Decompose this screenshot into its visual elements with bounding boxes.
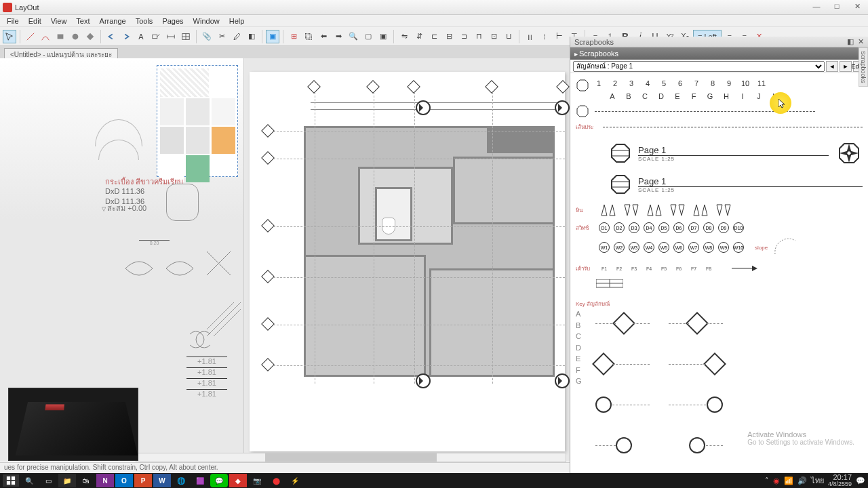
select-tool[interactable] [3,30,16,43]
presentation-button[interactable]: ▣ [266,30,279,43]
menu-window[interactable]: Window [189,16,224,26]
space-v-button[interactable]: ⫶ [538,30,551,43]
flip-h-button[interactable]: ⇋ [397,30,411,43]
swatch-1[interactable] [160,98,184,125]
section-symbols-3[interactable] [595,396,863,430]
search-icon[interactable]: 🔍 [20,474,38,487]
tray-up-icon[interactable]: ˄ [765,476,769,485]
undo-button[interactable] [104,30,118,43]
rotate-arrows[interactable] [183,326,217,353]
swatch-hatch[interactable] [160,68,209,97]
grid-marker[interactable] [263,360,275,372]
align-top-button[interactable]: ⊓ [472,30,486,43]
powerpoint-icon[interactable]: P [134,474,152,487]
poly-tool[interactable] [83,30,97,43]
explorer-icon[interactable]: 📁 [58,474,76,487]
send-back-button[interactable]: ▢ [361,30,375,43]
table-symbol[interactable] [596,279,623,293]
tray-wifi-icon[interactable]: 📶 [784,476,793,485]
swatch-green[interactable] [186,155,210,182]
space-h-button[interactable]: ⫼ [523,30,536,43]
app-icon-1[interactable]: 🟪 [191,474,209,487]
document-tab[interactable]: <Untitled> - แปลนรูปด้าน และระยะ [4,48,118,58]
circle-tool[interactable] [68,30,82,43]
grid-marker[interactable] [558,82,570,94]
add-page-button[interactable]: ⊞ [287,30,300,43]
title-block-2[interactable]: Page 1 SCALE 1:25 [576,174,863,195]
dim-small[interactable]: 0.20 [139,240,170,245]
grid-marker[interactable] [263,126,275,138]
chrome-icon[interactable]: 🌐 [172,474,190,487]
taskview-icon[interactable]: ▭ [39,474,57,487]
d-symbols-row[interactable]: สวิทช์ D1D2D3D4D5D6D7D8D9D10 [576,222,863,233]
table-tool[interactable] [179,30,193,43]
rect-tool[interactable] [54,30,67,43]
section-marker[interactable] [416,373,431,388]
scrapbook-content[interactable]: 1234567891011 ABCDEFGHIJK เส้นประ Page 1… [570,73,868,473]
grid-numbers-row[interactable]: 1234567891011 [595,79,766,87]
dimension-tool[interactable] [164,30,178,43]
label-tool[interactable] [149,30,163,43]
section-marker[interactable] [416,100,431,115]
grid-marker[interactable] [263,153,275,165]
grid-marker[interactable] [263,319,275,331]
prev-page-button[interactable]: ⬅ [317,30,330,43]
menu-view[interactable]: View [47,16,71,26]
flip-v-button[interactable]: ⇵ [412,30,426,43]
tray-network-icon[interactable]: ◉ [773,476,780,485]
split-tool[interactable]: ✂ [215,30,229,43]
menu-help[interactable]: Help [225,16,249,26]
bring-front-button[interactable]: ▣ [376,30,390,43]
rounded-rect-symbol[interactable] [166,184,199,221]
tray-volume-icon[interactable]: 🔊 [797,476,807,485]
swatch-orange[interactable] [212,127,235,154]
zoom-button[interactable]: 🔍 [347,30,360,43]
notification-icon[interactable]: 💬 [856,476,865,485]
menu-file[interactable]: File [3,16,23,26]
align-center-button[interactable]: ⊟ [442,30,456,43]
f-symbols-row[interactable]: เต้ารับ F1F2F3F4F5F6F7F8 [576,262,863,275]
align-left-button[interactable]: ⊏ [427,30,441,43]
word-icon[interactable]: W [153,474,171,487]
section-marker[interactable] [555,373,570,388]
app-icon-3[interactable]: ⚡ [286,474,304,487]
tray-date[interactable]: 4/8/2559 [828,481,852,487]
floorplan[interactable] [304,126,555,377]
dup-page-button[interactable]: ⿻ [302,30,315,43]
horizontal-scrollbar[interactable] [136,453,566,462]
grid-marker[interactable] [409,82,421,94]
grid-marker[interactable] [263,221,275,233]
menu-tools[interactable]: Tools [132,16,157,26]
sketchup-icon[interactable]: ◆ [229,474,247,487]
next-page-button[interactable]: ➡ [332,30,345,43]
align-middle-button[interactable]: ⊡ [487,30,500,43]
octagon-icon-2[interactable] [576,104,589,118]
style-tool[interactable]: 🖊 [230,30,243,43]
join-tool[interactable]: 📎 [200,30,214,43]
paper[interactable] [250,72,565,451]
scrapbook-side-tab[interactable]: Scrapbooks [859,47,868,87]
triangle-symbols-row[interactable]: หิน [576,202,863,218]
section-symbols[interactable] [595,315,863,349]
minimize-button[interactable]: — [807,0,826,12]
north-arrow-icon[interactable] [835,140,863,167]
next-scrapbook-button[interactable]: ► [840,61,852,72]
panel-pin-icon[interactable]: ◧ [847,37,854,45]
store-icon[interactable]: 🛍 [77,474,95,487]
menu-pages[interactable]: Pages [158,16,187,26]
menu-edit[interactable]: Edit [24,16,45,26]
linetype-dashed[interactable]: เส้นประ [576,121,863,133]
swatch-5[interactable] [186,127,210,154]
section-symbols-2[interactable] [595,356,863,390]
grid-marker[interactable] [263,272,275,284]
swatch-2[interactable] [186,98,210,125]
dim-stack[interactable]: +1.81 +1.81 +1.81 +1.81 [186,357,227,397]
door-swings[interactable] [119,248,234,289]
panel-close-icon[interactable]: ✕ [858,37,864,45]
panel-header[interactable]: Scrapbooks ✕ [570,47,868,60]
erase-tool[interactable]: ◧ [245,30,258,43]
grid-letters-row[interactable]: ABCDEFGHIJK [608,92,863,100]
record-icon[interactable]: ⬤ [267,474,285,487]
maximize-button[interactable]: □ [827,0,846,12]
redo-button[interactable] [119,30,133,43]
